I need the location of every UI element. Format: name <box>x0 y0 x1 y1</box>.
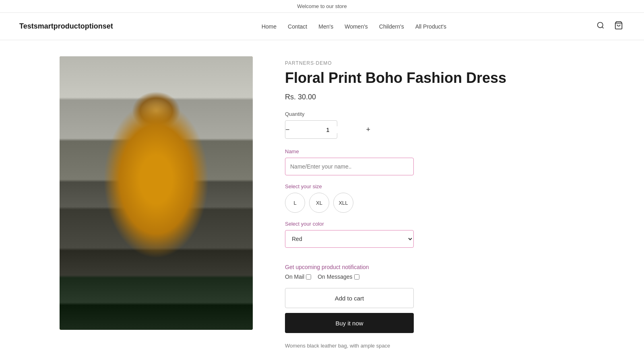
color-section: Select your color Red Blue Green Black W… <box>285 221 584 256</box>
search-button[interactable] <box>595 20 606 33</box>
notification-mail-checkbox[interactable] <box>306 274 311 280</box>
nav-all-products[interactable]: All Product's <box>415 23 446 30</box>
name-section: Name <box>285 148 584 175</box>
product-image <box>60 56 253 330</box>
nav-list: Home Contact Men's Women's Childern's Al… <box>262 23 446 30</box>
product-price: Rs. 30.00 <box>285 93 584 101</box>
name-input[interactable] <box>285 158 414 175</box>
header-icons <box>595 19 625 33</box>
size-section: Select your size L XL XLL <box>285 183 584 213</box>
add-to-cart-button[interactable]: Add to cart <box>285 288 414 308</box>
quantity-control: − + <box>285 120 337 139</box>
svg-point-0 <box>598 23 603 28</box>
nav-home[interactable]: Home <box>262 23 277 30</box>
quantity-increase-button[interactable]: + <box>366 121 371 138</box>
color-label: Select your color <box>285 221 584 227</box>
name-label: Name <box>285 148 584 154</box>
size-label: Select your size <box>285 183 584 189</box>
cart-button[interactable] <box>613 19 625 33</box>
logo[interactable]: Testsmartproductoptionset <box>19 22 113 31</box>
buy-now-button[interactable]: Buy it now <box>285 313 414 333</box>
notification-mail-label[interactable]: On Mail <box>285 274 311 280</box>
figure-overlay <box>60 56 253 330</box>
banner-text: Welcome to our store <box>297 3 347 9</box>
brand-label: PARTNERS·DEMO <box>285 60 584 66</box>
notification-messages-checkbox[interactable] <box>354 274 359 280</box>
product-title: Floral Print Boho Fashion Dress <box>285 69 584 86</box>
quantity-decrease-button[interactable]: − <box>285 121 290 138</box>
color-select[interactable]: Red Blue Green Black White <box>285 230 414 248</box>
notification-title: Get upcoming product notification <box>285 264 584 270</box>
svg-line-1 <box>602 27 604 29</box>
product-description: Womens black leather bag, with ample spa… <box>285 343 584 349</box>
cart-icon <box>614 21 623 30</box>
size-options: L XL XLL <box>285 193 584 213</box>
nav-contact[interactable]: Contact <box>288 23 307 30</box>
nav-childrens[interactable]: Childern's <box>379 23 404 30</box>
nav-womens[interactable]: Women's <box>345 23 368 30</box>
quantity-label: Quantity <box>285 111 584 117</box>
notification-options: On Mail On Messages <box>285 274 584 280</box>
product-details: PARTNERS·DEMO Floral Print Boho Fashion … <box>285 56 584 349</box>
search-icon <box>597 21 605 29</box>
notification-section: Get upcoming product notification On Mai… <box>285 264 584 280</box>
nav-mens[interactable]: Men's <box>318 23 333 30</box>
notification-mail-text: On Mail <box>285 274 304 280</box>
main-content: PARTNERS·DEMO Floral Print Boho Fashion … <box>40 40 604 362</box>
size-XL-button[interactable]: XL <box>309 193 329 213</box>
quantity-input[interactable] <box>290 126 366 133</box>
notification-messages-text: On Messages <box>318 274 352 280</box>
size-XLL-button[interactable]: XLL <box>333 193 353 213</box>
product-image-bg <box>60 56 253 330</box>
product-image-container <box>60 56 253 349</box>
header: Testsmartproductoptionset Home Contact M… <box>0 13 644 40</box>
main-nav: Home Contact Men's Women's Childern's Al… <box>262 23 446 30</box>
size-L-button[interactable]: L <box>285 193 305 213</box>
notification-messages-label[interactable]: On Messages <box>318 274 359 280</box>
top-banner: Welcome to our store <box>0 0 644 13</box>
